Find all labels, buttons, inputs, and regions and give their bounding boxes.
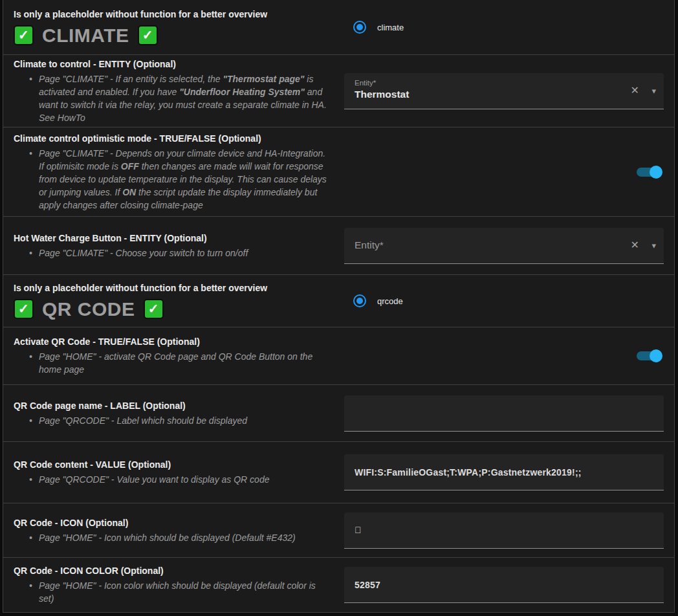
section-subtitle: Is only a placeholder without function f…	[14, 8, 334, 20]
text-input-box[interactable]	[344, 567, 664, 603]
section-header-right: climate	[334, 21, 674, 34]
select-value: Thermostat	[355, 89, 409, 100]
text-input-box[interactable]	[344, 512, 664, 549]
config-field-row: Climate control optimistic mode - TRUE/F…	[3, 127, 674, 216]
config-field-row: Activate QR Code - TRUE/FALSE (Optional)…	[3, 327, 674, 384]
bullet-text: Page "CLIMATE" - Depends on your climate…	[39, 147, 329, 212]
section-header-row: Is only a placeholder without function f…	[3, 274, 674, 327]
bullet-text: Page "CLIMATE" - Choose your switch to t…	[39, 247, 248, 259]
section-heading-text: CLIMATE	[42, 24, 129, 47]
field-title: QR Code content - VALUE (Optional)	[14, 459, 334, 470]
check-icon	[14, 299, 34, 319]
bullet-dot	[29, 350, 33, 376]
field-description-block: Climate to control - ENTITY (Optional) P…	[3, 58, 334, 124]
bullet-dot	[29, 147, 33, 212]
field-description: Page "HOME" - activate QR Code page and …	[14, 350, 334, 376]
bullet-text: Page "HOME" - Icon which should be displ…	[39, 531, 296, 544]
field-description: Page "HOME" - Icon color which should be…	[14, 579, 334, 605]
field-description: Page "CLIMATE" - Depends on your climate…	[14, 147, 334, 212]
bullet-text: Page "QRCODE" - Value you want to displa…	[39, 473, 269, 486]
field-title: Activate QR Code - TRUE/FALSE (Optional)	[14, 336, 334, 347]
clear-icon[interactable]	[631, 240, 639, 250]
entity-select[interactable]: Entity*	[344, 228, 664, 264]
text-input[interactable]	[344, 512, 664, 548]
field-title: QR Code page name - LABEL (Optional)	[14, 400, 334, 412]
field-title: QR Code - ICON COLOR (Optional)	[14, 565, 334, 577]
bullet-item: Page "QRCODE" - Label which should be di…	[14, 414, 334, 427]
section-heading: QR CODE	[14, 298, 334, 320]
section-header-right: qrcode	[334, 294, 674, 307]
check-icon	[144, 299, 164, 319]
blueprint-config-card: Is only a placeholder without function f…	[3, 0, 675, 613]
text-input[interactable]	[344, 395, 664, 431]
check-icon	[138, 25, 158, 45]
bullet-dot	[29, 473, 33, 486]
field-control-cell	[334, 349, 674, 362]
field-description-block: QR Code page name - LABEL (Optional) Pag…	[3, 400, 334, 427]
field-title: Hot Water Charge Button - ENTITY (Option…	[14, 232, 334, 244]
check-icon	[14, 25, 34, 45]
text-input[interactable]	[344, 567, 664, 602]
bullet-item: Page "CLIMATE" - If an entity is selecte…	[14, 72, 334, 124]
bullet-item: Page "CLIMATE" - Depends on your climate…	[14, 147, 334, 212]
bullet-dot	[29, 247, 33, 259]
field-control-cell	[334, 567, 674, 603]
bullet-item: Page "HOME" - Icon which should be displ…	[14, 531, 334, 544]
config-field-row: QR Code content - VALUE (Optional) Page …	[3, 441, 674, 503]
select-label: Entity*	[355, 79, 376, 87]
field-description: Page "HOME" - Icon which should be displ…	[14, 531, 334, 544]
section-radio[interactable]: climate	[353, 21, 404, 34]
text-input[interactable]	[344, 454, 664, 490]
bullet-item: Page "CLIMATE" - Choose your switch to t…	[14, 247, 334, 259]
field-description-block: Climate control optimistic mode - TRUE/F…	[3, 133, 334, 212]
clear-icon[interactable]	[631, 85, 639, 96]
field-control-cell	[334, 395, 674, 432]
toggle-knob	[650, 349, 662, 362]
bullet-dot	[29, 72, 33, 124]
bullet-item: Page "QRCODE" - Value you want to displa…	[14, 473, 334, 486]
bullet-text: Page "HOME" - Icon color which should be…	[39, 579, 329, 605]
radio-button-icon[interactable]	[353, 294, 366, 307]
chevron-down-icon[interactable]	[651, 87, 656, 95]
field-description: Page "CLIMATE" - Choose your switch to t…	[14, 247, 334, 259]
entity-select[interactable]: Entity* Thermostat	[344, 73, 664, 109]
chevron-down-icon[interactable]	[651, 241, 656, 250]
field-description: Page "CLIMATE" - If an entity is selecte…	[14, 72, 334, 124]
bullet-item: Page "HOME" - activate QR Code page and …	[14, 350, 334, 376]
radio-dot	[356, 24, 363, 30]
bullet-text: Page "CLIMATE" - If an entity is selecte…	[39, 72, 329, 124]
toggle-knob	[650, 166, 662, 179]
field-title: Climate to control - ENTITY (Optional)	[14, 58, 334, 70]
text-input-box[interactable]	[344, 454, 664, 490]
field-description-block: QR Code - ICON COLOR (Optional) Page "HO…	[3, 565, 334, 605]
bullet-text: Page "QRCODE" - Label which should be di…	[39, 414, 247, 427]
radio-label: climate	[377, 23, 404, 32]
section-subtitle: Is only a placeholder without function f…	[14, 282, 334, 294]
field-description-block: QR Code - ICON (Optional) Page "HOME" - …	[3, 517, 334, 544]
section-heading: CLIMATE	[14, 24, 334, 47]
field-control-cell	[334, 454, 674, 490]
field-control-cell	[334, 166, 674, 179]
field-control-cell	[334, 512, 674, 549]
config-field-row: QR Code - ICON (Optional) Page "HOME" - …	[3, 503, 674, 557]
toggle-switch[interactable]	[637, 349, 662, 362]
text-input-box[interactable]	[344, 395, 664, 432]
section-radio[interactable]: qrcode	[353, 294, 403, 307]
bullet-dot	[29, 414, 33, 427]
field-description: Page "QRCODE" - Value you want to displa…	[14, 473, 334, 486]
config-field-row: Climate to control - ENTITY (Optional) P…	[3, 54, 674, 127]
section-header-left: Is only a placeholder without function f…	[3, 8, 334, 47]
config-field-row: QR Code - ICON COLOR (Optional) Page "HO…	[3, 557, 674, 612]
radio-button-icon[interactable]	[353, 21, 366, 34]
bullet-text: Page "HOME" - activate QR Code page and …	[39, 350, 329, 376]
field-description-block: Activate QR Code - TRUE/FALSE (Optional)…	[3, 336, 334, 376]
field-control-cell: Entity* Thermostat	[334, 73, 674, 109]
config-field-row: Hot Water Charge Button - ENTITY (Option…	[3, 216, 674, 274]
toggle-switch[interactable]	[637, 166, 662, 179]
section-header-left: Is only a placeholder without function f…	[3, 282, 334, 320]
field-description-block: Hot Water Charge Button - ENTITY (Option…	[3, 232, 334, 259]
bullet-dot	[29, 579, 33, 605]
config-field-row: QR Code page name - LABEL (Optional) Pag…	[3, 384, 674, 441]
field-control-cell: Entity*	[334, 228, 674, 264]
field-description-block: QR Code content - VALUE (Optional) Page …	[3, 459, 334, 486]
